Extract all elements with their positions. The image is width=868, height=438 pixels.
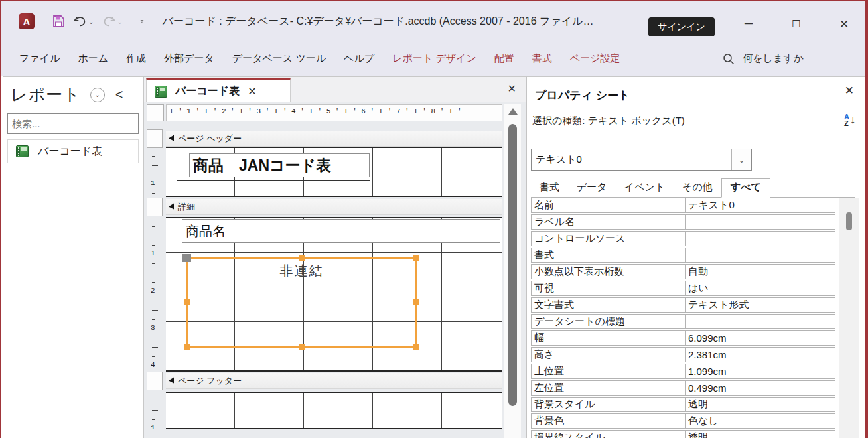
report-design-surface: I'1'I'2'I'3'I'4'I'5'I'6'I'7'I'8'I' 1 123… [144, 102, 526, 438]
ruler-tick: I [449, 108, 453, 115]
ruler-number: 4 [151, 361, 155, 369]
report-title-label[interactable]: 商品 JANコード表 [189, 153, 370, 177]
section-bar-page-header[interactable]: ページ ヘッダー [166, 131, 502, 147]
property-tab-その他[interactable]: その他 [674, 179, 721, 197]
selected-unbound-textbox[interactable]: 非連結 [186, 257, 417, 348]
property-value[interactable]: 色なし [685, 413, 835, 429]
property-name: 小数点以下表示桁数 [531, 264, 686, 279]
resize-handle-top-right[interactable] [413, 255, 419, 261]
redo-button[interactable]: ⌄ [99, 13, 125, 29]
section-bar-detail[interactable]: 詳細 [166, 199, 502, 215]
ribbon-tab-5[interactable]: ヘルプ [344, 52, 374, 65]
property-row: ラベル名 [531, 214, 835, 230]
resize-handle-bottom[interactable] [299, 344, 305, 350]
resize-handle-left[interactable] [184, 299, 190, 305]
ruler-tick [152, 347, 158, 348]
property-tab-イベント[interactable]: イベント [616, 179, 674, 197]
resize-handle-bottom-left[interactable] [184, 344, 190, 350]
section-collapse-icon [169, 377, 174, 384]
property-value[interactable]: 透明 [685, 397, 835, 412]
page-footer-grid[interactable] [166, 392, 502, 429]
property-value[interactable] [685, 231, 835, 246]
property-value[interactable]: 0.499cm [685, 380, 835, 396]
move-handle[interactable] [182, 254, 191, 262]
property-value[interactable]: 透明 [685, 430, 835, 438]
ruler-number: 1 [186, 108, 191, 115]
close-tab-icon[interactable]: ✕ [248, 85, 256, 98]
nav-menu-icon[interactable]: ⌄ [90, 88, 105, 102]
close-property-sheet-icon[interactable]: ✕ [845, 84, 854, 98]
title-underline[interactable] [177, 180, 370, 181]
property-value[interactable]: 自動 [685, 264, 835, 279]
ruler-tick: ' [213, 108, 218, 115]
ribbon-tab-1[interactable]: ホーム [78, 52, 108, 65]
ribbon-tab-0[interactable]: ファイル [19, 52, 60, 65]
property-value[interactable]: テキスト形式 [685, 297, 835, 313]
sort-az-button[interactable]: AZ ↓ [844, 113, 855, 127]
report-icon [16, 145, 29, 157]
maximize-button[interactable]: ☐ [781, 13, 812, 35]
combo-dropdown-icon[interactable]: ⌄ [731, 149, 751, 170]
minimize-button[interactable]: ─ [733, 13, 764, 35]
property-tab-データ[interactable]: データ [568, 179, 616, 197]
section-bar-label: ページ フッター [178, 375, 242, 387]
ribbon-tab-6[interactable]: レポート デザイン [392, 52, 476, 65]
tell-me-box[interactable]: 何をしますか [723, 52, 804, 65]
property-value[interactable] [685, 314, 835, 329]
ribbon-tab-3[interactable]: 外部データ [164, 52, 214, 65]
ribbon-tab-9[interactable]: ページ設定 [570, 52, 620, 65]
nav-item-report[interactable]: バーコード表 [7, 139, 139, 163]
section-selector-detail[interactable] [147, 198, 163, 216]
object-selector-combo[interactable]: テキスト0 ⌄ [531, 149, 752, 171]
tell-me-label: 何をしますか [743, 52, 804, 65]
scrollbar-thumb[interactable] [508, 124, 517, 406]
close-window-button[interactable]: ✕ [829, 13, 859, 35]
product-name-textbox[interactable]: 商品名 [182, 219, 500, 243]
nav-search-input[interactable] [12, 118, 144, 129]
section-selector-header[interactable] [147, 129, 163, 148]
horizontal-ruler[interactable]: I'1'I'2'I'3'I'4'I'5'I'6'I'7'I'8'I' [166, 104, 502, 121]
section-bar-page-footer[interactable]: ページ フッター [166, 373, 502, 389]
undo-button[interactable]: ⌄ [70, 13, 96, 29]
section-selector-footer[interactable] [147, 372, 163, 390]
property-row: データシートの標題 [531, 314, 835, 329]
property-value[interactable]: 2.381cm [685, 347, 835, 362]
property-value[interactable]: 1.099cm [685, 364, 835, 379]
property-name: 左位置 [531, 380, 686, 396]
ribbon-tab-8[interactable]: 書式 [532, 52, 552, 65]
scroll-up-icon[interactable] [508, 108, 518, 115]
scrollbar-thumb[interactable] [846, 212, 852, 230]
property-value[interactable]: はい [685, 281, 835, 296]
ruler-corner-box[interactable] [147, 104, 164, 121]
customize-qat-icon[interactable] [137, 16, 147, 27]
property-value[interactable] [685, 248, 835, 263]
redo-dropdown-icon[interactable]: ⌄ [117, 18, 122, 25]
property-value[interactable] [685, 214, 835, 230]
property-tab-書式[interactable]: 書式 [531, 179, 568, 197]
property-sheet-scrollbar[interactable] [839, 198, 859, 438]
document-vertical-scrollbar[interactable] [504, 104, 521, 438]
page-header-grid[interactable]: 商品 JANコード表 [166, 147, 502, 197]
detail-grid[interactable]: 商品名 非連結 [166, 217, 502, 372]
document-tab[interactable]: バーコード表 ✕ [146, 78, 291, 102]
property-value[interactable]: 6.099cm [685, 330, 835, 346]
navigation-pane: レポート ⌄ < バーコード表 [3, 76, 144, 438]
sign-in-button[interactable]: サインイン [648, 17, 715, 36]
ruler-tick: ' [405, 108, 409, 115]
property-tab-すべて[interactable]: すべて [721, 178, 770, 198]
resize-handle-right[interactable] [413, 299, 419, 305]
nav-collapse-icon[interactable]: < [115, 87, 123, 102]
undo-dropdown-icon[interactable]: ⌄ [88, 18, 94, 25]
save-button[interactable] [49, 13, 68, 29]
resize-handle-top[interactable] [299, 255, 305, 261]
close-document-button[interactable]: ✕ [508, 82, 516, 95]
property-value[interactable]: テキスト0 [685, 198, 835, 213]
ruler-tick [152, 193, 155, 194]
ribbon-tab-7[interactable]: 配置 [494, 52, 514, 65]
ribbon-tab-4[interactable]: データベース ツール [232, 52, 326, 65]
property-name: ラベル名 [531, 214, 686, 230]
ruler-number: 6 [361, 108, 366, 115]
selected-object-name: テキスト0 [532, 149, 731, 170]
ribbon-tab-2[interactable]: 作成 [126, 52, 146, 65]
resize-handle-bottom-right[interactable] [413, 344, 419, 350]
